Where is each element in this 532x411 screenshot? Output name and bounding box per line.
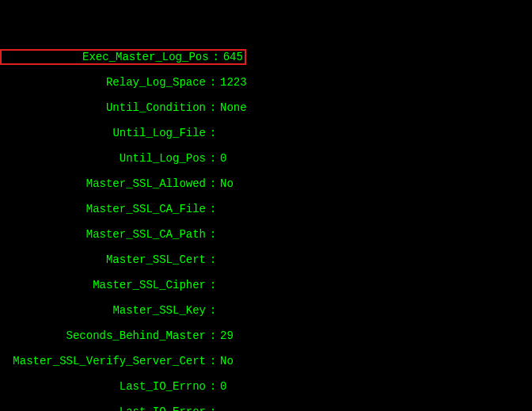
row-master-ssl-key: Master_SSL_Key:	[0, 304, 532, 317]
sep: :	[206, 203, 220, 215]
sep: :	[206, 253, 220, 266]
label: Master_SSL_Verify_Server_Cert	[0, 355, 206, 367]
label: Until_Condition	[0, 101, 206, 114]
sep: :	[206, 329, 220, 342]
row-until-log-file: Until_Log_File:	[0, 127, 532, 139]
sep: :	[206, 279, 220, 291]
label: Until_Log_File	[0, 127, 206, 139]
label: Exec_Master_Log_Pos	[3, 51, 209, 63]
label: Master_SSL_Allowed	[0, 177, 206, 190]
value: 1223	[220, 76, 247, 89]
label: Master_SSL_CA_File	[0, 203, 206, 215]
label: Until_Log_Pos	[0, 152, 206, 165]
sep: :	[206, 355, 220, 367]
value: No	[220, 177, 234, 190]
row-until-condition: Until_Condition:None	[0, 101, 532, 114]
label: Relay_Log_Space	[0, 76, 206, 89]
label: Master_SSL_Cert	[0, 253, 206, 266]
label: Master_SSL_CA_Path	[0, 228, 206, 241]
sep: :	[206, 76, 220, 89]
row-master-ssl-cipher: Master_SSL_Cipher:	[0, 279, 532, 291]
row-relay-log-space: Relay_Log_Space:1223	[0, 76, 532, 89]
row-master-ssl-ca-file: Master_SSL_CA_File:	[0, 203, 532, 215]
row-exec-master-log-pos: Exec_Master_Log_Pos:645	[0, 51, 532, 63]
row-master-ssl-allowed: Master_SSL_Allowed:No	[0, 177, 532, 190]
row-last-io-errno: Last_IO_Errno:0	[0, 380, 532, 393]
value: 0	[220, 152, 226, 165]
row-master-ssl-cert: Master_SSL_Cert:	[0, 253, 532, 266]
row-master-ssl-ca-path: Master_SSL_CA_Path:	[0, 228, 532, 241]
row-master-ssl-verify-server-cert: Master_SSL_Verify_Server_Cert:No	[0, 355, 532, 367]
label: Seconds_Behind_Master	[0, 329, 206, 342]
sep: :	[206, 228, 220, 241]
sep: :	[206, 177, 220, 190]
sep: :	[206, 405, 220, 411]
label: Last_IO_Errno	[0, 380, 206, 393]
row-last-io-error: Last_IO_Error:	[0, 405, 532, 411]
value: 0	[220, 380, 226, 393]
sep: :	[206, 304, 220, 317]
label: Last_IO_Error	[0, 405, 206, 411]
sep: :	[209, 51, 223, 63]
sep: :	[206, 380, 220, 393]
value: 645	[223, 51, 243, 63]
value: 29	[220, 329, 234, 342]
label: Master_SSL_Key	[0, 304, 206, 317]
value: None	[220, 101, 247, 114]
sep: :	[206, 152, 220, 165]
label: Master_SSL_Cipher	[0, 279, 206, 291]
value: No	[220, 355, 234, 367]
row-until-log-pos: Until_Log_Pos:0	[0, 152, 532, 165]
sep: :	[206, 101, 220, 114]
sep: :	[206, 127, 220, 139]
row-seconds-behind-master: Seconds_Behind_Master:29	[0, 329, 532, 342]
